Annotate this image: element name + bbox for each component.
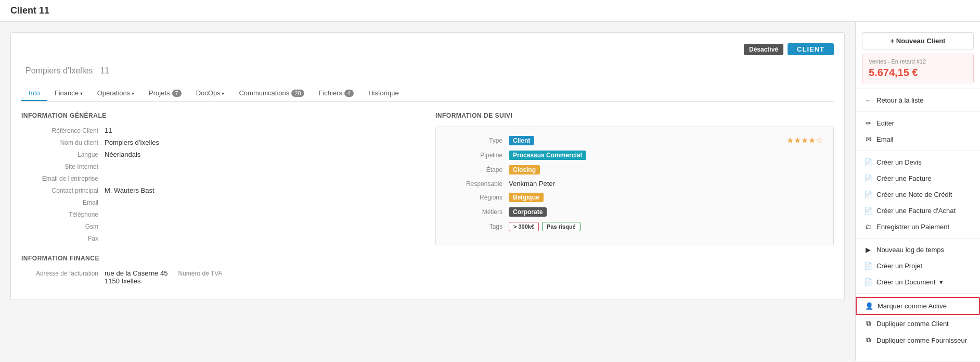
tab-fichiers[interactable]: Fichiers4 — [312, 86, 362, 101]
document-dropdown-icon: ▾ — [939, 278, 943, 286]
projet-button[interactable]: 📄 Créer un Projet — [856, 258, 980, 274]
tab-communications[interactable]: Communications20 — [231, 86, 311, 101]
field-adresse: Adresse de facturation rue de la Caserne… — [21, 269, 167, 285]
devis-button[interactable]: 📄 Créer un Devis — [856, 154, 980, 170]
facture-achat-button[interactable]: 📄 Créer une Facture d'Achat — [856, 203, 980, 219]
sales-card: Ventes - En retard #12 5.674,15 € — [862, 54, 974, 83]
dupliquer-client-button[interactable]: ⧉ Dupliquer comme Client — [856, 315, 980, 332]
dupliquer-fournisseur-button[interactable]: ⧉ Dupliquer comme Fournisseur — [856, 332, 980, 348]
field-contact: Contact principal M. Wauters Bast — [21, 186, 420, 194]
tabs: Info Finance Opérations Projets7 DocOps … — [21, 86, 834, 102]
tab-historique[interactable]: Historique — [361, 86, 406, 101]
facture-button[interactable]: 📄 Créer une Facture — [856, 170, 980, 186]
field-fax: Fax — [21, 234, 420, 242]
marquer-icon: 👤 — [865, 302, 873, 310]
field-email: Email — [21, 198, 420, 206]
field-gsm: Gsm — [21, 222, 420, 230]
projet-icon: 📄 — [864, 262, 872, 270]
field-reference: Référence Client 11 — [21, 127, 420, 134]
field-nom: Nom du client Pompiers d'Ixelles — [21, 139, 420, 146]
temps-button[interactable]: ▶ Nouveau log de temps — [856, 242, 980, 258]
suivi-type: Type Client ★★★★☆ — [446, 135, 823, 145]
marquer-actif-button[interactable]: 👤 Marquer comme Activé — [856, 297, 980, 315]
section-info-generale: INFORMATION GÉNÉRALE — [21, 112, 420, 119]
paiement-icon: 🗂 — [864, 223, 872, 231]
field-telephone: Téléphone — [21, 210, 420, 218]
badge-desactive: Désactivé — [744, 44, 783, 55]
new-client-button[interactable]: + Nouveau Client — [862, 32, 974, 49]
suivi-metiers: Métiers Corporate — [446, 207, 823, 217]
tab-operations[interactable]: Opérations — [90, 86, 141, 101]
field-email-entreprise: Email de l'entreprise — [21, 174, 420, 182]
facture-achat-icon: 📄 — [864, 207, 872, 215]
info-suivi-box: Type Client ★★★★☆ Pipeline Processus Com… — [435, 127, 834, 245]
tab-projets[interactable]: Projets7 — [141, 86, 189, 101]
back-icon: ← — [864, 96, 872, 104]
badge-client: CLIENT — [788, 43, 834, 55]
suivi-tags: Tags > 300k€ Pas risqué — [446, 222, 823, 231]
temps-icon: ▶ — [864, 246, 872, 254]
edit-button[interactable]: ✏ Editer — [856, 115, 980, 131]
email-button[interactable]: ✉ Email — [856, 131, 980, 147]
edit-icon: ✏ — [864, 119, 872, 127]
suivi-pipeline: Pipeline Processus Commercial — [446, 151, 823, 160]
document-button[interactable]: 📄 Créer un Document ▾ — [856, 274, 980, 290]
dupliquer-fournisseur-icon: ⧉ — [864, 336, 872, 344]
suivi-regions: Régions Belgique — [446, 193, 823, 202]
suivi-responsable: Responsable Venkman Peter — [446, 180, 823, 188]
section-info-finance: INFORMATION FINANCE Adresse de facturati… — [21, 255, 420, 289]
tab-docops[interactable]: DocOps — [189, 86, 232, 101]
suivi-etape: Étape Closing — [446, 165, 823, 174]
back-button[interactable]: ← Retour à la liste — [856, 92, 980, 108]
document-icon: 📄 — [864, 278, 872, 286]
page-title: Client 11 — [10, 5, 970, 16]
email-icon: ✉ — [864, 135, 872, 143]
dupliquer-client-icon: ⧉ — [864, 319, 872, 328]
note-credit-button[interactable]: 📄 Créer une Note de Crédit — [856, 186, 980, 203]
devis-icon: 📄 — [864, 158, 872, 166]
field-langue: Langue Néerlandais — [21, 151, 420, 158]
sidebar: + Nouveau Client Ventes - En retard #12 … — [855, 22, 980, 361]
field-tva: Numéro de TVA — [178, 269, 261, 277]
paiement-button[interactable]: 🗂 Enregistrer un Paiement — [856, 219, 980, 235]
tab-finance[interactable]: Finance — [47, 86, 90, 101]
section-info-suivi: INFORMATION DE SUIVI — [435, 112, 834, 119]
facture-icon: 📄 — [864, 174, 872, 182]
note-credit-icon: 📄 — [864, 191, 872, 198]
client-title: Pompiers d'Ixelles 11 — [21, 63, 834, 77]
field-site: Site Internet — [21, 163, 420, 170]
tab-info[interactable]: Info — [21, 86, 47, 101]
